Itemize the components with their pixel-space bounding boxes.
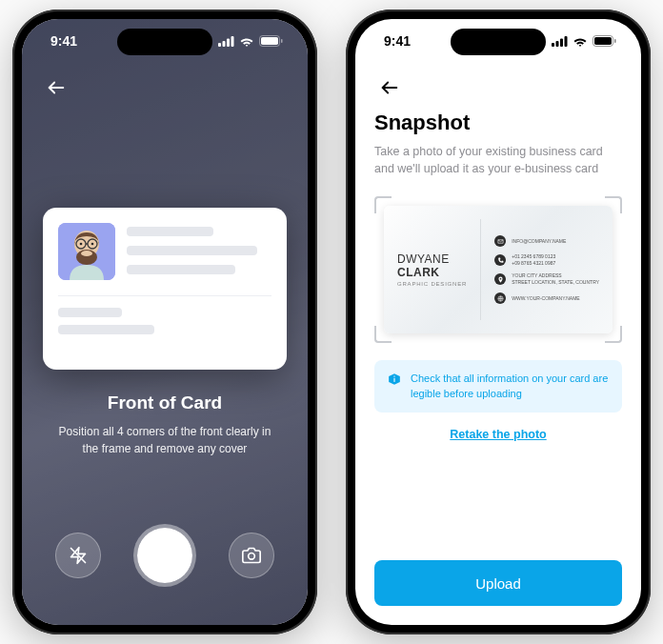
card-email-row: INFO@COMPANY.NAME xyxy=(494,235,599,247)
screen-upload: 9:41 Snapshot Take a photo of your exist… xyxy=(355,19,641,625)
status-icons xyxy=(218,35,283,47)
flash-off-icon xyxy=(69,546,88,565)
upload-button[interactable]: Upload xyxy=(374,560,622,606)
svg-point-15 xyxy=(80,243,83,246)
svg-rect-23 xyxy=(565,36,568,47)
card-last-name: CLARK xyxy=(397,266,440,279)
card-phone-row: +01 2345 6789 0123 +09 8765 4321 0987 xyxy=(494,254,599,266)
battery-icon xyxy=(593,35,616,47)
frame-corner-icon xyxy=(605,326,622,343)
phone-frame-upload: 9:41 Snapshot Take a photo of your exist… xyxy=(346,10,651,634)
frame-corner-icon xyxy=(374,326,392,343)
dynamic-island xyxy=(117,29,212,55)
svg-rect-22 xyxy=(560,38,563,47)
status-time: 9:41 xyxy=(384,33,411,49)
cellular-icon xyxy=(218,36,234,47)
shutter-button[interactable] xyxy=(133,524,196,587)
phone-frame-capture: 9:41 xyxy=(12,10,317,634)
frame-corner-icon xyxy=(605,196,622,213)
svg-rect-5 xyxy=(261,37,278,45)
info-icon xyxy=(388,372,401,386)
avatar xyxy=(58,223,115,280)
svg-rect-29 xyxy=(393,378,394,382)
frame-corner-icon xyxy=(374,196,392,213)
page-title: Snapshot xyxy=(374,111,622,135)
card-name: DWYANE CLARK xyxy=(397,252,471,279)
business-card-preview: DWYANE CLARK GRAPHIC DESIGNER INFO@COMPA… xyxy=(384,206,613,333)
envelope-icon xyxy=(494,235,506,247)
info-banner-text: Check that all information on your card … xyxy=(411,372,609,401)
svg-rect-26 xyxy=(614,39,616,43)
svg-point-16 xyxy=(91,243,94,246)
svg-rect-30 xyxy=(393,376,394,377)
status-time: 9:41 xyxy=(50,33,77,49)
wifi-icon xyxy=(239,36,254,47)
svg-rect-21 xyxy=(556,41,559,47)
retake-link[interactable]: Retake the photo xyxy=(374,428,622,441)
svg-rect-20 xyxy=(552,43,554,47)
svg-rect-1 xyxy=(223,41,226,47)
flash-button[interactable] xyxy=(55,533,101,578)
back-button[interactable] xyxy=(41,72,71,103)
globe-icon xyxy=(494,292,506,304)
camera-instructions: Front of Card Position all 4 corners of … xyxy=(41,392,289,457)
svg-rect-2 xyxy=(227,38,230,47)
cellular-icon xyxy=(552,36,568,47)
camera-controls xyxy=(22,524,308,587)
back-button[interactable] xyxy=(374,72,405,103)
screen-capture: 9:41 xyxy=(22,19,308,625)
id-card-preview xyxy=(43,208,287,370)
battery-icon xyxy=(259,35,283,47)
page-subtitle: Take a photo of your existing business c… xyxy=(374,143,622,177)
switch-camera-button[interactable] xyxy=(229,533,274,578)
info-banner: Check that all information on your card … xyxy=(374,360,622,413)
card-text-skeleton xyxy=(127,223,271,280)
svg-rect-3 xyxy=(231,36,234,47)
card-first-name: DWYANE xyxy=(397,252,450,266)
camera-icon xyxy=(242,546,261,565)
svg-rect-6 xyxy=(281,39,283,43)
location-icon xyxy=(494,273,506,285)
card-role: GRAPHIC DESIGNER xyxy=(397,281,471,287)
dynamic-island xyxy=(451,29,546,55)
card-capture-frame: DWYANE CLARK GRAPHIC DESIGNER INFO@COMPA… xyxy=(374,196,622,343)
arrow-left-icon xyxy=(379,77,400,98)
phone-icon xyxy=(494,254,506,266)
svg-point-19 xyxy=(249,553,255,560)
svg-point-11 xyxy=(81,251,92,256)
svg-rect-0 xyxy=(218,43,221,47)
status-icons xyxy=(552,35,616,47)
wifi-icon xyxy=(573,36,588,47)
card-website-row: WWW.YOUR-COMPANY.NAME xyxy=(494,292,599,304)
card-address-row: YOUR CITY ADDRESS STREET LOCATION, STATE… xyxy=(494,273,599,285)
camera-subtitle: Position all 4 corners of the front clea… xyxy=(41,423,289,457)
svg-rect-25 xyxy=(594,37,612,45)
camera-title: Front of Card xyxy=(41,392,289,413)
arrow-left-icon xyxy=(46,77,67,98)
